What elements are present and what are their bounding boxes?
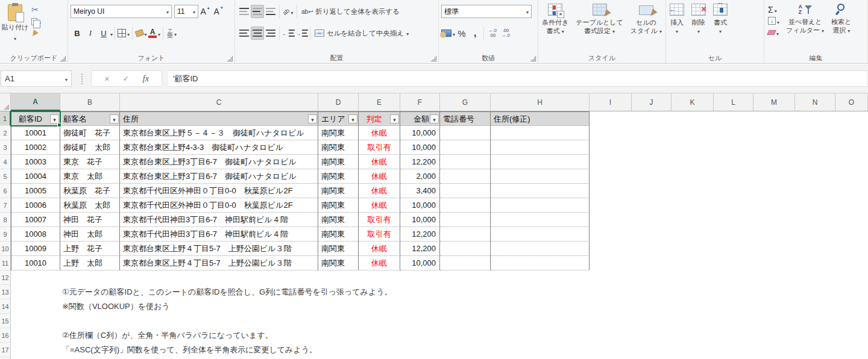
cell-E4[interactable]: 休眠 [359,155,400,169]
cell-B5[interactable]: 東京 太郎 [60,169,120,184]
cell-B11[interactable]: 上野 太郎 [60,256,120,270]
cell-E11[interactable]: 休眠 [359,256,400,270]
filter-button-C1[interactable] [308,114,317,123]
cell-E3[interactable]: 取引有 [359,140,400,155]
cell-D7[interactable]: 南関東 [318,198,359,213]
cell-F9[interactable]: 12,200 [400,227,440,242]
cell-A5[interactable]: 10004 [11,169,60,184]
cell-B4[interactable]: 東京 花子 [60,155,120,169]
cell-F11[interactable]: 10,000 [400,256,440,270]
cell-C9[interactable]: 東京都千代田神田3丁目6-7 神田駅前ビル４階 [120,227,318,242]
cell-E2[interactable]: 休眠 [359,126,400,140]
cell-A2[interactable]: 10001 [11,126,60,140]
cell-B9[interactable]: 神田 太郎 [60,227,120,242]
filter-button-B1[interactable] [110,114,119,123]
font-dialog-launcher-icon[interactable] [227,56,233,61]
cell-D9[interactable]: 南関東 [318,227,359,242]
cell-G10[interactable] [440,242,491,256]
cell-C4[interactable]: 東京都台東区上野3丁目6-7 御徒町ハナタロビル [120,155,318,169]
percent-style-button[interactable]: % [455,27,468,40]
cell-G9[interactable] [440,227,491,242]
merge-center-button[interactable]: セルを結合して中央揃え [312,26,411,40]
number-dialog-launcher-icon[interactable] [530,56,536,61]
cell-E6[interactable]: 休眠 [359,184,400,198]
name-box[interactable]: A1 [1,70,72,87]
cut-button[interactable]: ✂ [30,4,43,16]
conditional-formatting-button[interactable]: 条件付き 書式 [538,2,572,53]
cell-A6[interactable]: 10005 [11,184,60,198]
cell-C10[interactable]: 東京都台東区上野４丁目5-7 上野公園ビル３階 [120,242,318,256]
fill-color-button[interactable] [134,27,148,40]
cell-A7[interactable]: 10006 [11,198,60,213]
paste-button[interactable]: 貼り付け [0,2,30,52]
insert-cells-button[interactable]: 挿入 [666,2,688,53]
column-header-M[interactable]: M [753,93,795,111]
cell-E8[interactable]: 取引有 [359,213,400,227]
confirm-entry-icon[interactable]: ✓ [123,74,130,83]
align-bottom-button[interactable] [264,5,277,18]
column-header-K[interactable]: K [671,93,714,111]
orientation-button[interactable]: ab [281,5,295,18]
wrap-text-button[interactable]: ab↩ 折り返して全体を表示する [299,4,402,19]
column-header-G[interactable]: G [440,93,491,111]
cell-F3[interactable]: 10,000 [400,140,440,155]
cell-F4[interactable]: 12,200 [400,155,440,169]
header-cell-B1[interactable]: 顧客名 [60,111,120,126]
cancel-entry-icon[interactable]: × [104,74,109,84]
note-row-14[interactable]: ※関数（VLOOKUP）を使おう [62,299,170,314]
column-header-N[interactable]: N [795,93,835,111]
cell-E7[interactable]: 休眠 [359,198,400,213]
column-header-H[interactable]: H [491,93,590,111]
font-name-combo[interactable]: Meiryo UI [71,5,172,18]
header-cell-F1[interactable]: 金額 [400,111,440,126]
fill-button[interactable]: ↓ [768,15,781,27]
cell-F6[interactable]: 3,400 [400,184,440,198]
cell-H7[interactable] [491,198,590,213]
cell-C2[interactable]: 東京都台東区上野５－４－３ 御徒町ハナタロビル [120,126,318,140]
header-cell-E1[interactable]: 判定 [359,111,400,126]
column-header-O[interactable]: O [835,93,868,111]
cell-B10[interactable]: 上野 花子 [60,242,120,256]
grow-font-button[interactable]: A [198,5,212,18]
cell-G2[interactable] [440,126,491,140]
format-as-table-button[interactable]: テーブルとして 書式設定 [572,2,627,53]
cell-C11[interactable]: 東京都台東区上野４丁目5-7 上野公園ビル３階 [120,256,318,270]
cell-B3[interactable]: 御徒町 太郎 [60,140,120,155]
delete-cells-button[interactable]: 削除 [688,2,709,53]
cell-C5[interactable]: 東京都台東区上野3丁目6-7 御徒町ハナタロビル [120,169,318,184]
increase-decimal-button[interactable]: ←.0.00 [486,27,499,40]
copy-button[interactable] [30,16,43,28]
cell-H4[interactable] [491,155,590,169]
bold-button[interactable]: B [71,27,84,40]
filter-button-D1[interactable] [348,114,357,123]
cell-styles-button[interactable]: セルの スタイル [627,2,665,53]
column-header-F[interactable]: F [400,93,440,111]
borders-button[interactable] [117,27,130,40]
cell-F2[interactable]: 10,000 [400,126,440,140]
cell-D3[interactable]: 南関東 [318,140,359,155]
header-cell-C1[interactable]: 住所 [120,111,318,126]
cell-A8[interactable]: 10007 [11,213,60,227]
cell-C6[interactable]: 東京都千代田区外神田０丁目0-0 秋葉原ビル2F [120,184,318,198]
align-center-button[interactable] [251,27,264,40]
underline-button[interactable]: U [97,27,110,40]
align-right-button[interactable] [264,27,277,40]
cell-G6[interactable] [440,184,491,198]
phonetic-guide-button[interactable]: ア亜 [165,27,178,40]
cell-C3[interactable]: 東京都台東区上野4-3-3 御徒町ハナタロビル [120,140,318,155]
cell-A3[interactable]: 10002 [11,140,60,155]
column-header-J[interactable]: J [632,93,671,111]
cell-D11[interactable]: 南関東 [318,256,359,270]
header-cell-D1[interactable]: エリア [318,111,359,126]
cell-B6[interactable]: 秋葉原 花子 [60,184,120,198]
filter-button-F1[interactable] [430,114,439,123]
cell-D4[interactable]: 南関東 [318,155,359,169]
cell-F5[interactable]: 2,000 [400,169,440,184]
column-header-A[interactable]: A [11,93,60,111]
format-cells-button[interactable]: 書式 [709,2,731,53]
align-top-button[interactable] [237,5,251,18]
cell-B2[interactable]: 御徒町 花子 [60,126,120,140]
cell-H11[interactable] [491,256,590,270]
clear-button[interactable] [768,27,781,38]
note-row-13[interactable]: ①元データの顧客IDと、このシートの顧客IDを照合し、G列に電話番号を引っ張って… [62,285,392,299]
